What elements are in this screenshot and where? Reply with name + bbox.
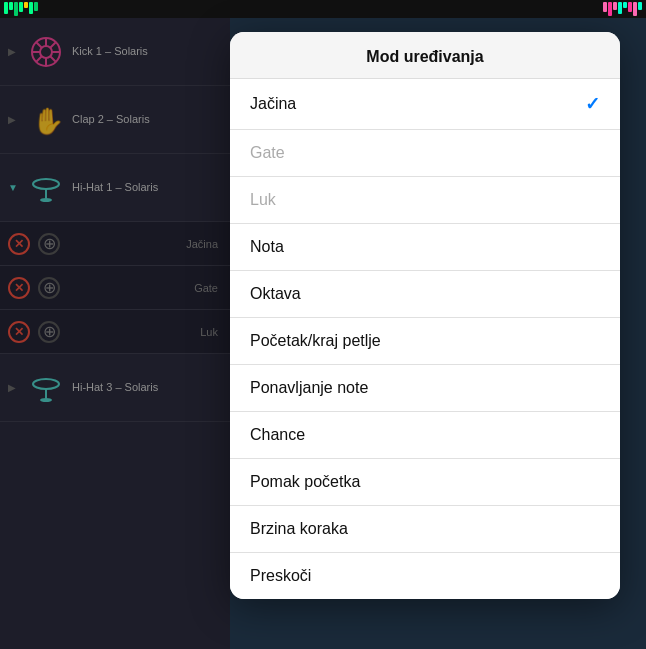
dropdown-item-gate[interactable]: Gate (230, 130, 620, 177)
meter-group-left (4, 2, 38, 16)
edit-mode-dropdown: Mod uređivanja Jačina ✓ Gate Luk Nota Ok… (230, 32, 620, 599)
dropdown-item-speed-label: Brzina koraka (250, 520, 348, 538)
meter-seg (34, 2, 38, 11)
check-icon-jacina: ✓ (585, 93, 600, 115)
dropdown-item-oktava-label: Oktava (250, 285, 301, 303)
meter-seg (4, 2, 8, 14)
dropdown-item-skip[interactable]: Preskoči (230, 553, 620, 599)
meter-seg (19, 2, 23, 12)
meter-seg (618, 2, 622, 14)
dropdown-item-offset[interactable]: Pomak početka (230, 459, 620, 506)
dropdown-item-luk-label: Luk (250, 191, 276, 209)
meter-group-right (603, 2, 642, 16)
dropdown-item-luk[interactable]: Luk (230, 177, 620, 224)
dropdown-item-nota-label: Nota (250, 238, 284, 256)
meter-seg (608, 2, 612, 16)
meter-seg (9, 2, 13, 10)
meter-seg (29, 2, 33, 14)
meter-bar (0, 0, 646, 18)
meter-seg (603, 2, 607, 12)
dropdown-item-repeat-label: Ponavljanje note (250, 379, 368, 397)
dropdown-item-jacina[interactable]: Jačina ✓ (230, 79, 620, 130)
dropdown-item-chance-label: Chance (250, 426, 305, 444)
backdrop-overlay (0, 18, 230, 649)
meter-seg (638, 2, 642, 10)
dropdown-item-nota[interactable]: Nota (230, 224, 620, 271)
dropdown-item-gate-label: Gate (250, 144, 285, 162)
dropdown-item-jacina-label: Jačina (250, 95, 296, 113)
meter-seg (623, 2, 627, 8)
dropdown-item-speed[interactable]: Brzina koraka (230, 506, 620, 553)
dropdown-item-oktava[interactable]: Oktava (230, 271, 620, 318)
meter-seg (24, 2, 28, 8)
meter-seg (613, 2, 617, 10)
dropdown-item-loop[interactable]: Početak/kraj petlje (230, 318, 620, 365)
dropdown-item-loop-label: Početak/kraj petlje (250, 332, 381, 350)
meter-seg (14, 2, 18, 16)
meter-seg (628, 2, 632, 12)
dropdown-item-repeat[interactable]: Ponavljanje note (230, 365, 620, 412)
dropdown-title: Mod uređivanja (230, 32, 620, 78)
dropdown-item-chance[interactable]: Chance (230, 412, 620, 459)
meter-seg (633, 2, 637, 16)
dropdown-item-skip-label: Preskoči (250, 567, 311, 585)
dropdown-item-offset-label: Pomak početka (250, 473, 360, 491)
